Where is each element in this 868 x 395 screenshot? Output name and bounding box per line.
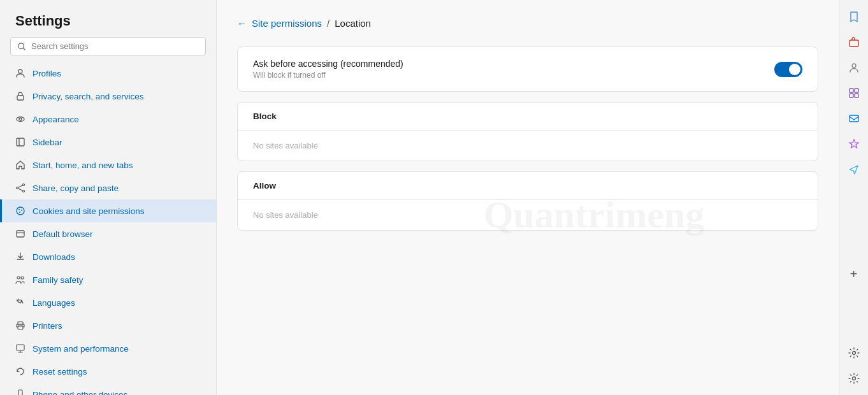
sidebar-item-appearance[interactable]: Appearance: [0, 108, 216, 131]
sidebar-item-downloads[interactable]: Downloads: [0, 245, 216, 268]
search-icon: [17, 42, 26, 51]
svg-point-19: [17, 276, 20, 279]
ask-before-accessing-card: Ask before accessing (recommended) Will …: [237, 47, 818, 92]
svg-point-8: [23, 184, 25, 186]
add-button[interactable]: +: [843, 262, 865, 285]
svg-point-15: [21, 210, 22, 211]
extensions-icon[interactable]: [843, 82, 865, 104]
reset-icon: [15, 366, 26, 377]
svg-point-13: [17, 207, 24, 215]
svg-rect-26: [18, 390, 22, 395]
svg-rect-6: [17, 138, 24, 146]
sidebar-item-languages[interactable]: Languages: [0, 291, 216, 314]
breadcrumb-parent-link[interactable]: Site permissions: [252, 18, 322, 29]
browser-icon: [15, 228, 26, 240]
svg-rect-17: [17, 231, 24, 237]
sidebar-item-phone[interactable]: Phone and other devices: [0, 383, 216, 395]
copilot-icon[interactable]: [843, 133, 865, 155]
svg-rect-3: [17, 96, 24, 100]
home-icon: [15, 159, 26, 171]
block-header: Block: [238, 103, 818, 131]
sidebar: Settings Profiles Privacy, search, and s…: [0, 0, 217, 395]
family-icon: [15, 274, 26, 285]
download-icon: [15, 251, 26, 262]
svg-rect-35: [850, 115, 858, 122]
sidebar-item-label: Printers: [33, 321, 62, 331]
sidebar-item-label: Default browser: [33, 229, 93, 239]
block-card: Block No sites available: [237, 102, 818, 161]
sidebar-item-label: Reset settings: [33, 367, 87, 377]
svg-point-20: [21, 276, 24, 279]
sidebar-item-profiles[interactable]: Profiles: [0, 62, 216, 85]
allow-header: Allow: [238, 172, 818, 200]
ask-toggle[interactable]: [774, 62, 802, 77]
svg-point-16: [19, 212, 20, 213]
eye-icon: [15, 113, 26, 125]
sidebar-icon: [15, 136, 26, 148]
svg-rect-22: [18, 326, 23, 329]
sidebar-item-label: Downloads: [33, 252, 75, 262]
svg-rect-34: [855, 94, 858, 97]
settings-icon-small[interactable]: [843, 341, 865, 364]
sidebar-item-label: Profiles: [33, 69, 61, 78]
sidebar-item-cookies[interactable]: Cookies and site permissions: [0, 199, 216, 222]
back-button[interactable]: ←: [237, 18, 247, 29]
sidebar-item-default-browser[interactable]: Default browser: [0, 222, 216, 245]
sidebar-item-label: System and performance: [33, 344, 129, 354]
svg-rect-23: [17, 345, 24, 350]
svg-point-36: [852, 352, 855, 355]
block-empty: No sites available: [238, 131, 818, 161]
ask-sublabel: Will block if turned off: [253, 71, 403, 80]
sidebar-item-printers[interactable]: Printers: [0, 314, 216, 337]
bookmark-icon[interactable]: [843, 5, 865, 28]
allow-card: Allow No sites available: [237, 171, 818, 231]
lock-icon: [15, 90, 26, 102]
sidebar-item-label: Cookies and site permissions: [33, 206, 145, 216]
ask-row: Ask before accessing (recommended) Will …: [238, 47, 818, 91]
system-icon: [15, 343, 26, 354]
sidebar-item-label: Appearance: [33, 115, 79, 124]
language-icon: [15, 297, 26, 308]
profiles-icon: [15, 68, 26, 79]
main-content: ← Site permissions / Location Ask before…: [217, 0, 839, 395]
svg-point-5: [19, 118, 22, 120]
right-toolbar: +: [839, 0, 868, 395]
sidebar-item-label: Start, home, and new tabs: [33, 161, 133, 170]
svg-point-2: [18, 69, 22, 73]
sidebar-item-label: Phone and other devices: [33, 390, 127, 396]
outlook-icon[interactable]: [843, 107, 865, 130]
telegram-icon[interactable]: [843, 158, 865, 181]
share-icon: [15, 182, 26, 194]
svg-rect-32: [855, 89, 858, 92]
search-input[interactable]: [31, 41, 199, 51]
sidebar-item-family-safety[interactable]: Family safety: [0, 268, 216, 291]
page-title: Settings: [0, 0, 216, 37]
svg-line-12: [18, 189, 22, 190]
ask-label-group: Ask before accessing (recommended) Will …: [253, 59, 403, 80]
sidebar-item-system[interactable]: System and performance: [0, 337, 216, 360]
svg-rect-33: [850, 94, 853, 97]
sidebar-item-sidebar[interactable]: Sidebar: [0, 131, 216, 154]
svg-point-37: [852, 377, 855, 380]
svg-line-11: [18, 185, 22, 187]
settings-gear-icon[interactable]: [843, 367, 865, 390]
svg-rect-29: [850, 40, 858, 47]
sidebar-item-privacy[interactable]: Privacy, search, and services: [0, 85, 216, 108]
person-icon[interactable]: [843, 56, 865, 79]
svg-point-30: [852, 64, 856, 68]
sidebar-item-label: Family safety: [33, 275, 83, 285]
printer-icon: [15, 320, 26, 331]
search-box[interactable]: [10, 37, 206, 55]
sidebar-item-reset[interactable]: Reset settings: [0, 360, 216, 383]
svg-point-9: [23, 190, 25, 192]
sidebar-item-start-home[interactable]: Start, home, and new tabs: [0, 154, 216, 176]
svg-line-1: [23, 48, 25, 50]
briefcase-icon[interactable]: [843, 31, 865, 54]
sidebar-item-label: Privacy, search, and services: [33, 92, 144, 101]
allow-empty: No sites available: [238, 200, 818, 230]
svg-point-14: [18, 209, 20, 210]
cookie-icon: [15, 205, 26, 217]
sidebar-item-label: Sidebar: [33, 138, 62, 147]
sidebar-item-share-copy[interactable]: Share, copy and paste: [0, 176, 216, 199]
svg-point-10: [17, 187, 18, 189]
